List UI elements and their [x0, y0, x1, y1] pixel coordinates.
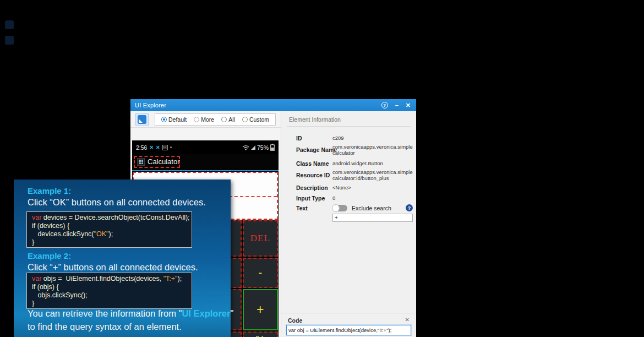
example1-code-block: var devices = Device.searchObject(tcCons…: [26, 211, 192, 248]
field-label-id: ID: [296, 135, 302, 142]
field-label-package: Package Name: [296, 146, 337, 153]
code-text: );: [108, 230, 113, 238]
radio-icon: [221, 117, 227, 122]
toolbar: Default More All Custom: [130, 111, 281, 128]
panel-header: Element Information: [289, 116, 341, 123]
radio-all[interactable]: All: [221, 116, 235, 123]
screenshot-icon: [138, 115, 146, 124]
example1-description: Click “OK” buttons on all connected devi…: [28, 197, 206, 208]
signal-icon: [251, 145, 255, 150]
radio-default[interactable]: Default: [161, 116, 187, 123]
app-title: Calculator: [148, 157, 180, 166]
device-status-bar: 2:56 ✕ ✕ M • 75%: [132, 140, 279, 154]
footer-highlight: UI Explorer: [182, 308, 230, 318]
code-snippet-input[interactable]: [286, 325, 411, 335]
code-text: }: [32, 238, 192, 247]
battery-icon: [270, 144, 275, 151]
field-value-id: c209: [332, 135, 413, 141]
overlay-footer-line1: You can retrieve the information from "U…: [28, 308, 233, 319]
overlay-footer-line2: to find the query syntax of an element.: [28, 322, 182, 332]
accent-line: [132, 170, 279, 171]
calc-key-del[interactable]: DEL: [243, 220, 279, 257]
example2-description: Click “+” buttons on all connected devic…: [28, 262, 198, 273]
code-string: "OK": [94, 230, 109, 238]
calc-key-percent[interactable]: %: [243, 331, 279, 337]
code-text: );: [178, 275, 182, 282]
close-icon[interactable]: ✕: [406, 102, 411, 108]
code-keyword: var: [32, 214, 41, 221]
text-help-icon[interactable]: ?: [406, 204, 413, 211]
code-text: devices.clickSync(: [32, 230, 94, 238]
exclude-search-toggle[interactable]: [332, 205, 347, 211]
desktop-icon[interactable]: [5, 36, 14, 45]
field-value-resource: com.veronicaapps.veronica.simplecalculat…: [332, 169, 413, 181]
code-text: objs.clickSync();: [32, 291, 192, 300]
field-label-text: Text: [296, 205, 308, 211]
window-title: UI Explorer: [130, 102, 166, 108]
example1-heading: Example 1:: [28, 186, 71, 195]
code-text: }: [32, 300, 192, 308]
code-string: "T:+": [163, 275, 178, 282]
calculator-app-icon: [137, 158, 145, 166]
code-text: if (objs) {: [32, 283, 192, 291]
field-label-resource: Resource ID: [296, 172, 330, 178]
divider: [287, 126, 411, 127]
footer-text: You can retrieve the information from ": [28, 308, 182, 318]
radio-default-label: Default: [168, 116, 187, 123]
notification-icon: M: [162, 145, 168, 150]
code-section-header: Code: [288, 317, 302, 324]
battery-percent: 75%: [257, 144, 269, 151]
radio-more-label: More: [201, 116, 214, 123]
toggle-label: Exclude search: [352, 205, 391, 211]
tutorial-overlay: Example 1: Click “OK” buttons on all con…: [14, 180, 231, 337]
radio-icon: [242, 117, 248, 122]
wifi-icon: [242, 145, 249, 150]
radio-custom[interactable]: Custom: [242, 116, 269, 123]
field-label-description: Description: [296, 184, 328, 191]
field-label-class: Class Name: [296, 160, 329, 167]
field-value-package: com.veronicaapps.veronica.simplecalculat…: [332, 144, 413, 156]
code-keyword: var: [32, 275, 41, 282]
calc-key-minus[interactable]: -: [243, 258, 279, 288]
notification-icon: ✕: [149, 145, 154, 150]
code-text: objs = UiElement.findObjects(devices,: [41, 275, 163, 282]
capture-screenshot-button[interactable]: [135, 113, 149, 126]
help-icon[interactable]: ?: [381, 102, 388, 108]
window-titlebar[interactable]: UI Explorer ? – ✕: [130, 99, 416, 111]
app-title-bar[interactable]: Calculator: [132, 154, 279, 170]
code-text: if (devices) {: [32, 222, 192, 230]
radio-icon: [194, 117, 199, 122]
radio-custom-label: Custom: [249, 116, 269, 123]
desktop-icon[interactable]: [5, 20, 14, 29]
radio-selected-icon: [161, 117, 167, 122]
attribute-filter-group: Default More All Custom: [155, 113, 276, 126]
notification-icon: •: [170, 144, 172, 150]
element-information-panel: Element Information ID c209 Package Name…: [281, 111, 416, 337]
calc-key-plus-selected[interactable]: +: [243, 289, 279, 330]
field-label-input-type: Input Type: [296, 195, 325, 202]
radio-more[interactable]: More: [194, 116, 214, 123]
toggle-knob: [332, 204, 340, 212]
divider: [281, 313, 416, 313]
radio-all-label: All: [228, 116, 235, 123]
text-query-input[interactable]: [332, 214, 413, 222]
example2-code-block: var objs = UiElement.findObjects(devices…: [26, 273, 192, 309]
field-value-description: <None>: [332, 184, 413, 191]
code-text: devices = Device.searchObject(tcConst.De…: [41, 214, 189, 221]
code-close-icon[interactable]: ✕: [405, 317, 410, 323]
footer-text: ": [230, 308, 233, 318]
example2-heading: Example 2:: [28, 251, 71, 260]
field-value-input-type: 0: [332, 195, 413, 201]
status-time: 2:56: [136, 144, 147, 151]
minimize-icon[interactable]: –: [395, 102, 399, 108]
notification-icon: ✕: [156, 145, 160, 150]
field-value-class: android.widget.Button: [332, 160, 413, 166]
